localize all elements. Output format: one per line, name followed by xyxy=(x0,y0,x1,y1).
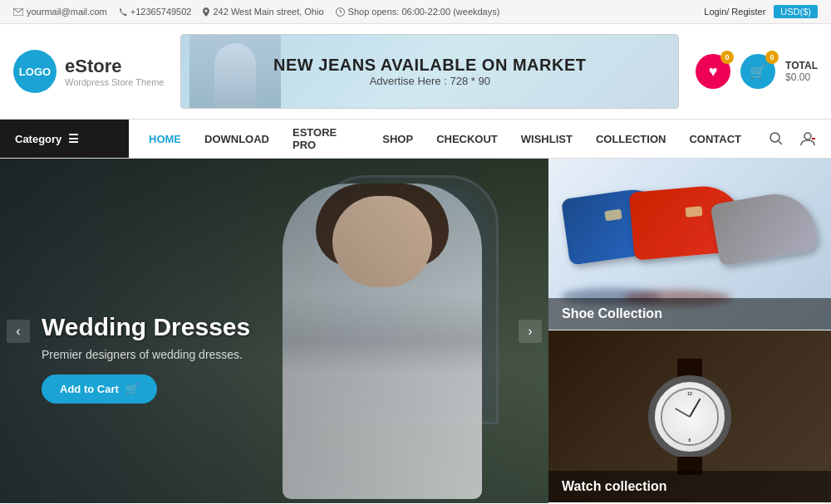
banner-title: NEW JEANS AVAILABLE ON MARKET xyxy=(273,56,586,75)
category-label: Category xyxy=(15,133,61,145)
site-name: eStore xyxy=(65,56,164,77)
banner-text: NEW JEANS AVAILABLE ON MARKET Advertise … xyxy=(273,56,586,87)
search-icon xyxy=(770,132,783,145)
user-button[interactable] xyxy=(793,124,823,154)
hamburger-icon: ☰ xyxy=(68,132,79,145)
slide-text: Wedding Dresses Premier designers of wed… xyxy=(42,313,250,404)
logo-text: eStore Wordpress Store Theme xyxy=(65,56,164,87)
nav-contact[interactable]: CONTACT xyxy=(677,120,753,158)
location-icon xyxy=(203,7,209,17)
logo-area: LOGO eStore Wordpress Store Theme xyxy=(13,50,164,93)
site-tagline: Wordpress Store Theme xyxy=(65,77,164,87)
wishlist-count: 0 xyxy=(720,51,734,64)
search-button[interactable] xyxy=(761,124,791,154)
svg-point-5 xyxy=(770,133,779,142)
header: LOGO eStore Wordpress Store Theme NEW JE… xyxy=(0,24,831,119)
watch-inner: 12 6 xyxy=(661,388,719,446)
nav-estore-pro[interactable]: ESTORE PRO xyxy=(281,120,371,158)
login-register-link[interactable]: Login/ Register xyxy=(704,7,765,17)
watch-collection-panel[interactable]: 12 6 Watch collection xyxy=(548,330,831,502)
user-icon xyxy=(800,132,815,145)
hours-info: Shop opens: 06:00-22:00 (weekdays) xyxy=(336,7,500,17)
watch-visual: 12 6 xyxy=(640,359,740,475)
top-bar-right: Login/ Register USD($) xyxy=(704,5,818,18)
add-to-cart-button[interactable]: Add to Cart 🛒 xyxy=(42,374,157,404)
cart-btn-icon: 🛒 xyxy=(125,383,139,395)
side-panels: Shoe Collection 12 6 xyxy=(548,159,831,503)
cart-button[interactable]: 🛒 0 xyxy=(740,54,775,89)
watch-face: 12 6 xyxy=(648,375,731,458)
cart-count: 0 xyxy=(765,51,779,64)
banner: NEW JEANS AVAILABLE ON MARKET Advertise … xyxy=(180,34,679,109)
svg-line-6 xyxy=(779,141,782,144)
phone-icon xyxy=(119,7,127,17)
nav-icons xyxy=(761,124,831,154)
hero-slider: Wedding Dresses Premier designers of wed… xyxy=(0,159,548,503)
top-bar-left: yourmail@mail.com +12365749502 242 West … xyxy=(13,7,499,17)
nav-collection[interactable]: COLLECTION xyxy=(584,120,678,158)
nav-home[interactable]: HOME xyxy=(137,120,193,158)
slider-next[interactable]: › xyxy=(519,320,542,343)
phone-info: +12365749502 xyxy=(119,7,192,17)
main-content: Wedding Dresses Premier designers of wed… xyxy=(0,159,831,503)
nav-shop[interactable]: SHOP xyxy=(371,120,425,158)
shoe-collection-panel[interactable]: Shoe Collection xyxy=(548,159,831,330)
category-button[interactable]: Category ☰ xyxy=(0,120,129,158)
address-info: 242 West Main street, Ohio xyxy=(203,7,323,17)
currency-selector[interactable]: USD($) xyxy=(774,5,818,18)
slide-background: Wedding Dresses Premier designers of wed… xyxy=(0,159,548,503)
watch-collection-label: Watch collection xyxy=(548,471,831,502)
watch-strap-top xyxy=(677,359,702,377)
heart-icon: ♥ xyxy=(709,63,718,81)
nav-links: HOME DOWNLOAD ESTORE PRO SHOP CHECKOUT W… xyxy=(129,120,761,158)
slide-title: Wedding Dresses xyxy=(42,313,250,341)
banner-person xyxy=(189,35,281,108)
banner-subtitle: Advertise Here : 728 * 90 xyxy=(273,75,586,87)
slider-prev[interactable]: ‹ xyxy=(7,320,30,343)
slide-subtitle: Premier designers of wedding dresses. xyxy=(42,348,250,361)
header-icons: ♥ 0 🛒 0 TOTAL $0.00 xyxy=(696,54,818,89)
wishlist-button[interactable]: ♥ 0 xyxy=(696,54,730,89)
shoe-collection-label: Shoe Collection xyxy=(548,298,831,330)
cart-total: TOTAL $0.00 xyxy=(785,60,818,83)
top-bar: yourmail@mail.com +12365749502 242 West … xyxy=(0,0,831,24)
email-icon xyxy=(13,8,23,16)
nav-checkout[interactable]: CHECKOUT xyxy=(425,120,509,158)
svg-point-1 xyxy=(205,9,208,12)
svg-point-7 xyxy=(804,133,811,139)
email-info: yourmail@mail.com xyxy=(13,7,107,17)
cart-icon: 🛒 xyxy=(750,64,766,80)
logo-circle[interactable]: LOGO xyxy=(13,50,57,93)
nav-bar: Category ☰ HOME DOWNLOAD ESTORE PRO SHOP… xyxy=(0,119,831,159)
nav-wishlist[interactable]: WISHLIST xyxy=(509,120,584,158)
nav-download[interactable]: DOWNLOAD xyxy=(193,120,281,158)
clock-icon xyxy=(336,7,345,17)
